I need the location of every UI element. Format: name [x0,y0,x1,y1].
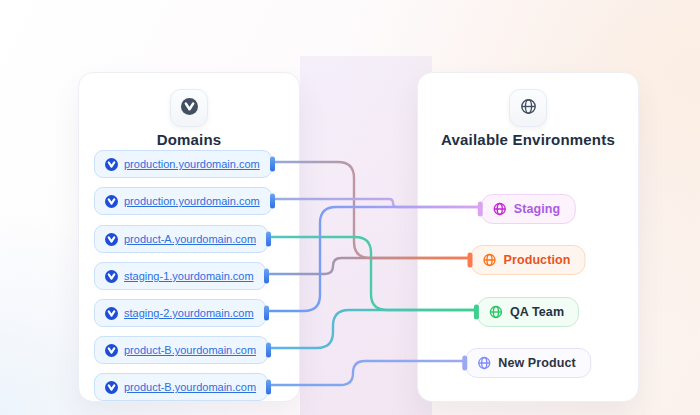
environment-label: Production [504,253,571,267]
connector-end-cap [468,253,473,268]
connector-end-cap [462,356,467,371]
domain-pill[interactable]: production.yourdomain.com [94,150,272,178]
v-circle-icon [105,158,118,171]
v-circle-icon [105,233,118,246]
domain-pill[interactable]: production.yourdomain.com [94,187,272,215]
connector-start-cap [266,343,271,358]
connector-start-cap [270,194,275,209]
v-circle-icon [105,307,118,320]
v-circle-icon [181,98,198,119]
environment-pill[interactable]: QA Team [477,297,579,327]
domain-link[interactable]: product-A.yourdomain.com [124,233,256,245]
globe-icon [477,356,491,370]
domain-pill[interactable]: staging-2.yourdomain.com [94,299,266,327]
domain-link[interactable]: production.yourdomain.com [124,195,260,207]
v-circle-icon [105,344,118,357]
environment-pill[interactable]: Production [471,245,586,275]
environments-card-icon-chip [509,89,547,127]
connector-end-cap [474,305,479,320]
connector-start-cap [266,380,271,395]
environments-title: Available Environments [418,131,638,148]
domain-link[interactable]: staging-1.yourdomain.com [124,270,254,282]
domains-title: Domains [79,131,299,148]
domain-link[interactable]: staging-2.yourdomain.com [124,307,254,319]
domain-pill[interactable]: product-A.yourdomain.com [94,225,268,253]
domain-pill[interactable]: product-B.yourdomain.com [94,373,268,401]
center-highlight-band [300,56,432,415]
domain-link[interactable]: product-B.yourdomain.com [124,344,256,356]
environments-card: Available Environments StagingProduction… [417,72,639,402]
domains-card-icon-chip [170,89,208,127]
environment-pill[interactable]: Staging [481,194,576,224]
diagram-stage: Domains production.yourdomain.comproduct… [0,0,700,415]
domains-card: Domains production.yourdomain.comproduct… [78,72,300,402]
connector-start-cap [264,306,269,321]
connector-start-cap [270,157,275,172]
domain-link[interactable]: product-B.yourdomain.com [124,381,256,393]
globe-icon [493,202,507,216]
connector-end-cap [478,202,483,217]
environment-label: New Product [498,356,576,370]
v-circle-icon [105,270,118,283]
environment-pill[interactable]: New Product [465,348,591,378]
domain-pill[interactable]: product-B.yourdomain.com [94,336,268,364]
environment-label: QA Team [510,305,564,319]
connector-start-cap [266,232,271,247]
v-circle-icon [105,195,118,208]
globe-icon [483,253,497,267]
domain-pill[interactable]: staging-1.yourdomain.com [94,262,266,290]
connector-start-cap [264,269,269,284]
globe-icon [489,305,503,319]
domain-link[interactable]: production.yourdomain.com [124,158,260,170]
globe-icon [520,98,537,119]
environment-label: Staging [514,202,561,216]
v-circle-icon [105,381,118,394]
